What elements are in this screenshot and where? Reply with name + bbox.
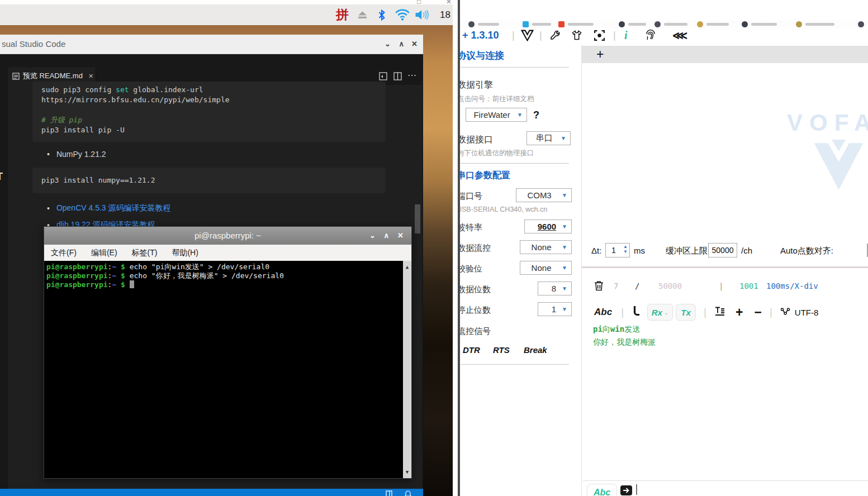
minimize-icon[interactable]: ⌄	[385, 40, 391, 48]
outer-close-icon[interactable]: ✕	[446, 0, 452, 4]
opencv-tutorial-link[interactable]: OpenCV 4.5.3 源码编译安装教程	[56, 203, 171, 213]
bookmark-favicon[interactable]	[654, 21, 661, 27]
code-block-pip-config: sudo pip3 config set global.index-url ht…	[32, 82, 386, 142]
dt-spinbox[interactable]: 1 ▲▼	[605, 243, 630, 257]
maximize-icon[interactable]: ∧	[383, 231, 389, 240]
wifi-icon[interactable]	[395, 4, 410, 25]
chevron-down-icon: ▼	[561, 135, 566, 141]
outer-maximize-icon[interactable]: □	[417, 0, 421, 4]
encoding-branch-icon[interactable]	[780, 307, 790, 318]
theme-shirt-icon[interactable]	[571, 28, 582, 42]
terminal-title: pi@raspberrypi: ~	[44, 231, 411, 240]
preview-scrollbar[interactable]	[415, 204, 420, 233]
send-file-icon[interactable]	[620, 485, 633, 496]
minimize-icon[interactable]: ⌄	[369, 231, 376, 240]
tab-label: 预览 README.md	[23, 71, 83, 81]
bookmark-favicon[interactable]	[558, 21, 565, 27]
port-hint: USB-SERIAL CH340, wch.cn	[460, 206, 547, 213]
vofa-logo-icon[interactable]	[521, 28, 534, 42]
font-size-icon[interactable]	[714, 306, 725, 318]
x-div-setting[interactable]: 100ms/X-div	[766, 282, 818, 290]
bookmark-favicon[interactable]	[523, 21, 529, 27]
break-toggle[interactable]: Break	[524, 345, 547, 355]
baud-select[interactable]: 9600▼	[524, 220, 572, 233]
bookmark-favicon[interactable]	[697, 21, 703, 27]
chevron-down-icon: ▼	[562, 265, 567, 271]
interface-select[interactable]: 串口▼	[527, 131, 571, 145]
bookmark-favicon[interactable]	[619, 21, 625, 27]
notifications-icon[interactable]	[405, 489, 411, 496]
input-method-icon[interactable]: 拼	[336, 4, 349, 25]
bookmark-favicon[interactable]	[796, 21, 802, 27]
port-select[interactable]: COM3▼	[516, 188, 572, 202]
vscode-statusbar	[0, 489, 423, 496]
bullet-icon: •	[47, 204, 50, 213]
chevron-down-icon: ▼	[562, 285, 567, 292]
help-button[interactable]: ?	[533, 109, 539, 121]
bluetooth-icon[interactable]	[378, 4, 386, 25]
send-mode-button[interactable]: Abc	[587, 484, 617, 496]
text-mode-button[interactable]: Abc	[594, 307, 612, 318]
terminal-titlebar[interactable]: pi@raspberrypi: ~ ⌄ ∧ ✕	[44, 227, 411, 245]
split-editor-icon[interactable]	[393, 72, 402, 83]
maximize-icon[interactable]: ∧	[399, 40, 404, 48]
close-icon[interactable]: ✕	[411, 40, 418, 48]
close-icon[interactable]: ✕	[397, 231, 404, 240]
menu-tabs[interactable]: 标签(T)	[132, 248, 158, 258]
bookmark-favicon[interactable]	[468, 21, 475, 27]
screenshot-capture-icon[interactable]	[594, 28, 605, 42]
clear-buffer-trash-icon[interactable]	[594, 280, 604, 293]
dt-unit: ms	[634, 246, 645, 255]
settings-wrench-icon[interactable]	[549, 28, 561, 42]
spinner-arrows[interactable]: ▲▼	[623, 245, 628, 254]
markdown-preview-icon	[12, 73, 20, 80]
list-item: • OpenCV 4.5.3 源码编译安装教程	[47, 203, 171, 213]
taskbar-clock[interactable]: 18	[440, 4, 450, 25]
rx-filter-button[interactable]: Rx⌄	[647, 304, 673, 321]
terminal-scrollbar[interactable]: ▲ ▼	[403, 261, 411, 478]
send-input-caret[interactable]	[636, 484, 637, 495]
add-tab-button[interactable]: +	[596, 47, 604, 62]
bookmark-favicon[interactable]	[858, 21, 864, 27]
collapse-sidebar-icon[interactable]: ⋘	[672, 28, 687, 42]
interface-label: 数据接口	[460, 134, 493, 146]
dtr-toggle[interactable]: DTR	[463, 345, 480, 355]
engine-hint: 点击问号：前往详细文档	[460, 94, 534, 104]
scroll-up-icon[interactable]: ▲	[403, 263, 411, 271]
rts-toggle[interactable]: RTS	[493, 345, 510, 355]
eject-icon[interactable]	[358, 4, 367, 25]
menu-edit[interactable]: 编辑(E)	[91, 248, 117, 258]
vofa-window: + 1.3.10 | | | i ⋘ 协议与连接	[460, 0, 868, 496]
scroll-down-icon[interactable]: ▼	[403, 468, 411, 476]
code-line: pip3 install pip -U	[41, 125, 377, 135]
terminal-output[interactable]: pi@raspberrypi:~ $ echo "pi向win发送" > /de…	[44, 261, 411, 478]
volume-icon[interactable]	[415, 4, 430, 25]
bookmark-label	[706, 23, 729, 26]
data-bits-select[interactable]: 8▼	[538, 282, 572, 295]
section-serial-config: 串口参数配置	[460, 170, 510, 182]
engine-select[interactable]: FireWater▼	[466, 108, 527, 122]
bookmark-label	[664, 23, 687, 26]
pause-hook-icon[interactable]	[633, 306, 641, 319]
terminal-cursor	[130, 280, 134, 288]
info-icon[interactable]: i	[624, 28, 628, 42]
menu-help[interactable]: 帮助(H)	[172, 248, 198, 258]
flow-control-select[interactable]: None▼	[520, 240, 572, 254]
bookmark-label	[805, 23, 834, 26]
font-decrease-button[interactable]: −	[754, 305, 761, 320]
more-actions-icon[interactable]: ⋯	[407, 70, 416, 80]
encoding-label[interactable]: UTF-8	[795, 308, 819, 317]
layout-icon[interactable]	[386, 489, 392, 496]
parity-select[interactable]: None▼	[520, 261, 572, 275]
font-increase-button[interactable]: +	[736, 305, 743, 320]
stop-bits-select[interactable]: 1▼	[538, 302, 572, 316]
toolbar-separator: |	[539, 28, 542, 42]
tab-close-icon[interactable]: ✕	[88, 73, 93, 80]
fingerprint-icon[interactable]	[644, 28, 657, 42]
tx-filter-button[interactable]: Tx	[676, 304, 696, 321]
vscode-titlebar[interactable]: sual Studio Code ⌄ ∧ ✕	[0, 35, 423, 54]
section-connection: 协议与连接	[460, 49, 504, 62]
bookmark-favicon[interactable]	[742, 21, 748, 27]
menu-file[interactable]: 文件(F)	[51, 248, 77, 258]
buffer-input[interactable]: 50000	[708, 243, 737, 257]
